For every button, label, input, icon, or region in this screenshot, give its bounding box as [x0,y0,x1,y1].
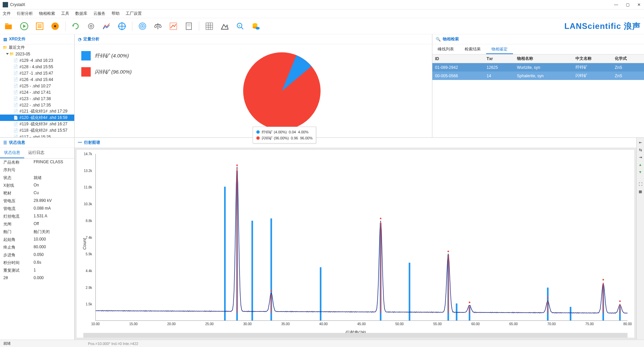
menu-help[interactable]: 帮助 [112,11,120,16]
svg-point-70 [619,300,621,302]
menu-file[interactable]: 文件 [3,11,11,16]
file-item[interactable]: 📄#126 -4 .shd 15:44 [0,76,74,83]
svg-rect-24 [186,23,191,30]
menu-cloud[interactable]: 云服务 [93,11,105,16]
gear-icon[interactable] [86,21,96,32]
svg-rect-0 [5,25,12,29]
expand-right-icon[interactable]: ⇥ [638,155,643,160]
status-row: 2θ0.000 [0,274,74,281]
grid-icon[interactable] [204,21,215,32]
menu-factory[interactable]: 工厂设置 [126,11,142,16]
menu-phase-search[interactable]: 物相检索 [39,11,55,16]
brand-logo: LANScientific浪声 [564,21,641,32]
file-item[interactable]: 📄#127 -1 .shd 15:47 [0,70,74,76]
file-item[interactable]: 📄#120 -硫化锌4# .shd 16:59 [0,115,74,121]
file-item[interactable]: 📄#129 -4 .shd 16:23 [0,57,74,63]
svg-marker-3 [23,25,26,28]
x-tick: 25.00 [205,322,214,326]
file-item[interactable]: 📄#128 - 4.shd 15:55 [0,63,74,70]
file-item[interactable]: 📄#117 - .shd 15:25 [0,134,74,137]
svg-point-39 [256,27,260,30]
status-row: 起始角10.000 [0,236,74,244]
down-icon[interactable]: ▼ [638,169,643,175]
fullscreen-icon[interactable]: ⛶ [638,181,643,187]
collapse-left-icon[interactable]: ⇤ [638,140,643,145]
target-icon[interactable] [117,21,127,32]
swap-h-icon[interactable]: ⇆ [638,147,643,153]
database-cloud-icon[interactable] [250,21,261,32]
col-formula[interactable]: 化学式 [612,54,644,63]
file-item[interactable]: 📄#123 - .shd 17:38 [0,95,74,102]
quant-panel-title: 定量分析 [83,36,99,42]
radiation-icon[interactable] [50,21,60,32]
menu-tools[interactable]: 工具 [61,11,69,16]
x-tick: 40.00 [319,322,328,326]
play-icon[interactable] [19,21,30,32]
grid-small-icon[interactable]: ▦ [638,189,643,194]
month-folder[interactable]: 📁2023-05 [0,51,74,57]
svg-point-17 [140,24,144,28]
menu-analysis[interactable]: 衍射分析 [17,11,33,16]
file-item[interactable]: 📄#118 -硫化锌2# .shd 15:57 [0,127,74,134]
col-name[interactable]: 物相名称 [514,54,573,63]
svg-point-9 [54,25,56,27]
search-icon[interactable]: $ [235,21,246,32]
spectrum-plot[interactable]: Count 14.7k13.2k11.8k10.3k8.8k7.4k5.9k4.… [77,150,634,338]
h-scrollbar[interactable] [83,333,628,338]
up-icon[interactable]: ▲ [638,162,643,167]
x-tick: 10.00 [91,322,99,326]
tab-log[interactable]: 运行日志 [24,148,48,158]
file-item[interactable]: 📄#124 - .shd 17:41 [0,89,74,95]
svg-point-66 [547,297,549,299]
report-icon[interactable] [183,21,194,32]
minimize-button[interactable]: — [614,2,618,7]
trend-icon[interactable] [168,21,179,32]
file-item[interactable]: 📄#125 - .shd 10:27 [0,83,74,89]
toolbar: $ LANScientific浪声 [0,18,644,34]
status-text: 就绪 [3,341,11,346]
x-tick: 20.00 [167,322,176,326]
recent-folder[interactable]: 📁最近文件 [0,44,74,51]
status-pos: Pos.=10.000° Ind.=0 Inte.=422 [88,342,138,346]
y-tick: 5.9k [86,252,92,256]
phase-panel-title: 物相检索 [443,36,459,42]
tab-status[interactable]: 状态信息 [0,148,24,158]
spectrum-panel-title: 衍射图谱 [84,140,100,145]
col-txr[interactable]: Txr [484,54,514,63]
y-tick: 2.9k [86,286,92,289]
menu-database[interactable]: 数据库 [75,11,87,16]
fingerprint-icon[interactable] [137,21,148,32]
table-row[interactable]: 01-089-294212625Wurtzite, syn纤锌矿ZnS [432,63,644,72]
y-tick: 7.4k [86,235,92,239]
table-row[interactable]: 00-005-056614Sphalerite, syn闪锌矿ZnS [432,72,644,80]
file-item[interactable]: 📄#121 -硫化锌1# .shd 17:29 [0,108,74,115]
maximize-button[interactable]: ▢ [625,2,630,7]
file-item[interactable]: 📄#122 - .shd 17:35 [0,102,74,108]
svg-rect-23 [170,23,177,30]
tab-peaks[interactable]: 峰线列表 [432,44,459,54]
app-title: CrystalX [10,2,614,7]
y-tick: 11.8k [84,185,92,189]
col-cn[interactable]: 中文名称 [573,54,612,63]
status-panel: ☰状态信息 状态信息 运行日志 产品名称FRINGE CLASS序列号状态就绪X… [0,138,75,340]
statusbar: 就绪 Pos.=10.000° Ind.=0 Inte.=422 [0,340,644,347]
col-id[interactable]: ID [432,54,484,63]
spectrum-panel: 〰衍射图谱 Count 14.7k13.2k11.8k10.3k8.8k7.4k… [75,138,637,340]
mountain-icon[interactable] [219,21,230,32]
svg-point-11 [88,24,94,29]
tab-results[interactable]: 检索结果 [459,44,486,54]
phase-tabs: 峰线列表 检索结果 物相鉴定 [432,44,644,54]
file-item[interactable]: 📄#119 -硫化锌3# .shd 16:27 [0,121,74,127]
status-row: 步进角0.050 [0,251,74,259]
status-row: 积分时间0.6s [0,259,74,267]
chart-icon[interactable] [101,21,112,32]
file-tree[interactable]: 📁最近文件 📁2023-05 📄#129 -4 .shd 16:23📄#128 … [0,44,74,137]
status-row: 靶材Cu [0,189,74,197]
open-icon[interactable] [3,21,14,32]
tab-identify[interactable]: 物相鉴定 [486,44,513,54]
list-icon[interactable] [34,21,45,32]
balance-icon[interactable] [153,21,163,32]
svg-line-34 [241,27,243,29]
close-button[interactable]: ✕ [637,2,641,7]
refresh-icon[interactable] [70,21,81,32]
